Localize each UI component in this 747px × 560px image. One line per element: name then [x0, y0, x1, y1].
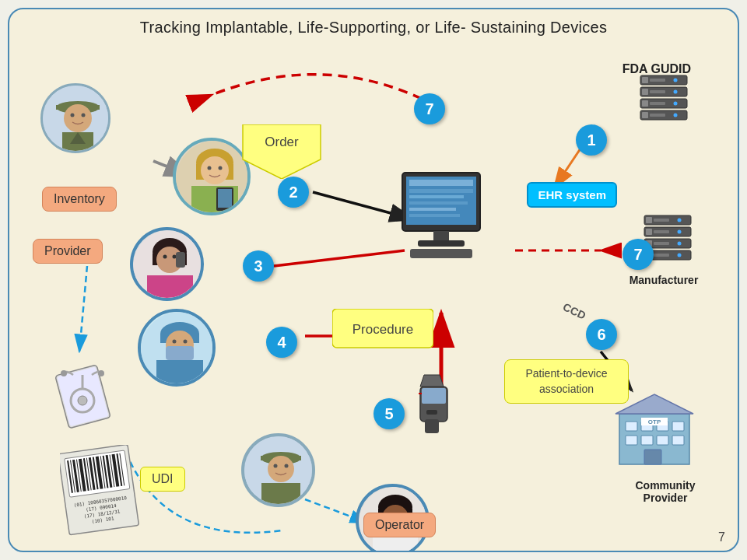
svg-rect-50 [410, 249, 472, 258]
svg-point-60 [82, 114, 86, 117]
svg-point-31 [678, 230, 682, 234]
svg-point-77 [173, 255, 177, 259]
svg-rect-9 [642, 77, 648, 83]
svg-point-11 [674, 79, 678, 82]
svg-point-151 [98, 370, 104, 376]
order-box-container: Order [235, 124, 328, 182]
svg-rect-78 [176, 252, 185, 268]
svg-point-66 [201, 156, 229, 184]
patient-to-device-box: Patient-to-deviceassociation [504, 359, 629, 404]
soldier-avatar-bottom [241, 433, 315, 507]
number-circle-1: 1 [576, 124, 607, 156]
svg-point-92 [274, 464, 278, 468]
svg-point-23 [674, 114, 678, 117]
svg-rect-47 [409, 214, 460, 217]
svg-rect-30 [654, 230, 669, 233]
arrow-7-back [212, 75, 422, 99]
svg-rect-25 [646, 217, 652, 223]
svg-rect-49 [418, 240, 465, 247]
svg-rect-128 [425, 419, 439, 433]
svg-rect-14 [650, 90, 665, 93]
svg-rect-138 [626, 436, 637, 445]
number-circle-7a: 7 [414, 93, 445, 124]
svg-point-149 [78, 396, 87, 405]
svg-rect-43 [409, 189, 473, 193]
main-diagram: Tracking Implantable, Life-Supporting, o… [8, 8, 739, 552]
svg-point-15 [674, 90, 678, 94]
svg-rect-21 [642, 112, 648, 118]
procedure-box-container: Procedure [332, 309, 433, 359]
svg-rect-127 [422, 388, 446, 404]
svg-text:Order: Order [265, 135, 299, 149]
svg-point-91 [268, 456, 294, 482]
number-circle-4: 4 [266, 327, 297, 358]
svg-rect-131 [426, 410, 437, 415]
ccd-label: CCD [561, 300, 587, 321]
svg-rect-34 [654, 242, 669, 245]
number-circle-7b: 7 [622, 239, 654, 270]
svg-rect-140 [657, 436, 668, 445]
svg-rect-129 [419, 393, 422, 394]
provider-phone-avatar [130, 227, 204, 301]
svg-rect-17 [642, 100, 648, 107]
svg-rect-141 [672, 436, 684, 445]
svg-point-27 [678, 219, 682, 222]
svg-point-84 [173, 340, 177, 344]
svg-rect-142 [644, 450, 661, 464]
svg-point-67 [208, 166, 212, 170]
manufacturer-label: Manufacturer [629, 274, 699, 286]
svg-rect-71 [218, 189, 232, 208]
svg-point-35 [678, 242, 682, 246]
svg-rect-139 [641, 436, 653, 445]
svg-rect-79 [147, 275, 193, 301]
svg-point-19 [674, 102, 678, 106]
computer-monitor-icon [391, 169, 492, 265]
svg-rect-94 [261, 483, 300, 507]
arrow-dashed-down-1 [79, 266, 87, 352]
svg-point-76 [163, 255, 167, 259]
soldier-avatar-top [40, 83, 110, 153]
svg-rect-26 [654, 219, 669, 222]
surgeon-avatar [138, 309, 216, 387]
svg-rect-44 [409, 195, 464, 198]
svg-marker-51 [243, 124, 321, 179]
svg-rect-134 [626, 422, 637, 431]
svg-point-93 [285, 464, 289, 468]
inventory-label: Inventory [42, 187, 117, 212]
svg-text:OTP: OTP [648, 418, 661, 425]
number-circle-6: 6 [586, 319, 617, 350]
operator-label: Operator [363, 513, 436, 537]
svg-rect-29 [646, 229, 652, 235]
svg-point-85 [184, 340, 188, 344]
svg-point-58 [64, 104, 92, 132]
svg-rect-137 [672, 422, 684, 431]
udi-label: UDI [140, 467, 185, 492]
svg-rect-87 [156, 360, 203, 387]
svg-rect-22 [650, 114, 665, 117]
arrow-3-red [274, 250, 405, 266]
number-circle-3: 3 [243, 250, 274, 282]
svg-rect-86 [166, 346, 194, 360]
diagram-title: Tracking Implantable, Life-Supporting, o… [9, 9, 738, 37]
community-provider-label: CommunityProvider [622, 479, 708, 504]
svg-point-150 [61, 370, 67, 376]
provider-label: Provider [33, 239, 103, 264]
svg-rect-18 [650, 102, 665, 105]
ehr-system-box: EHR system [527, 182, 617, 208]
svg-rect-45 [409, 201, 468, 205]
svg-point-68 [219, 166, 223, 170]
fda-gudid-label: FDA GUDID [622, 62, 691, 76]
udi-barcode-container: (01) 10860357000010 (17) 090014 (17) 18/… [60, 445, 146, 541]
svg-text:Procedure: Procedure [352, 322, 413, 337]
svg-rect-46 [409, 208, 456, 211]
svg-rect-42 [409, 180, 473, 186]
fda-server-icon [633, 72, 695, 133]
svg-rect-13 [642, 89, 648, 95]
svg-rect-10 [650, 79, 665, 82]
number-circle-5: 5 [374, 398, 405, 429]
svg-point-39 [678, 254, 682, 257]
stethoscope-icon [50, 358, 116, 439]
svg-rect-38 [654, 254, 669, 257]
page-number: 7 [718, 530, 725, 544]
svg-point-59 [71, 114, 75, 117]
